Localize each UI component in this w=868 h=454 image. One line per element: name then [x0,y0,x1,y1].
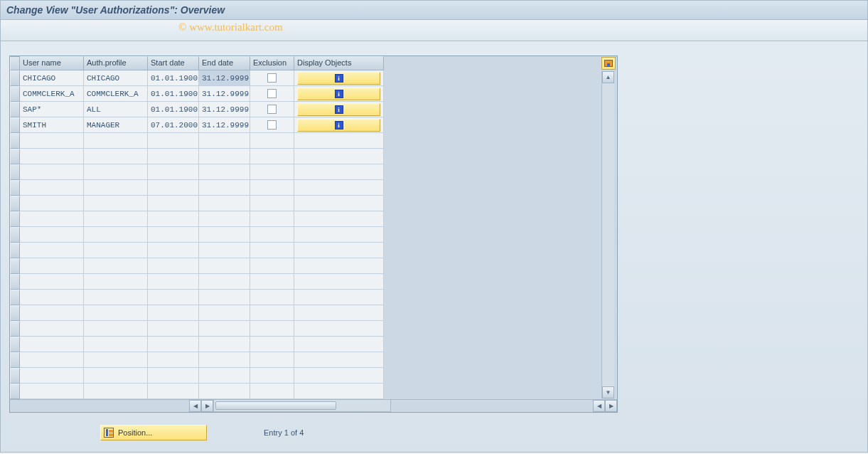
cell-profile[interactable] [84,290,148,305]
cell-profile[interactable] [84,180,148,196]
cell-profile[interactable] [84,321,148,337]
cell-user[interactable] [20,180,84,196]
position-button[interactable]: Position... [100,425,207,440]
row-selector[interactable] [10,196,20,211]
scroll-right-button[interactable]: ▶ [201,400,213,412]
cell-exclusion[interactable] [250,211,294,227]
row-selector[interactable] [10,305,20,321]
cell-exclusion[interactable] [250,337,294,352]
cell-profile[interactable]: CHICAGO [84,70,148,86]
cell-start-date[interactable] [148,321,199,337]
table-row[interactable] [10,352,384,368]
cell-profile[interactable] [84,258,148,274]
cell-end-date[interactable]: 31.12.9999 [199,86,250,102]
cell-user[interactable] [20,243,84,258]
table-row[interactable] [10,290,384,305]
row-selector[interactable] [10,117,20,133]
row-selector[interactable] [10,258,20,274]
cell-user[interactable]: SAP* [20,102,84,117]
table-row[interactable] [10,384,384,399]
column-header-end[interactable]: End date [199,56,250,70]
cell-start-date[interactable] [148,196,199,211]
table-row[interactable]: SAP*ALL01.01.190031.12.9999i [10,102,384,117]
row-selector[interactable] [10,321,20,337]
cell-end-date[interactable] [199,290,250,305]
row-selector[interactable] [10,70,20,86]
display-objects-button[interactable]: i [297,103,380,116]
cell-start-date[interactable]: 01.01.1900 [148,102,199,117]
table-row[interactable]: COMMCLERK_ACOMMCLERK_A01.01.190031.12.99… [10,86,384,102]
cell-profile[interactable] [84,368,148,384]
column-header-start[interactable]: Start date [148,56,199,70]
column-header-profile[interactable]: Auth.profile [84,56,148,70]
cell-profile[interactable]: MANAGER [84,117,148,133]
vertical-scrollbar[interactable]: ▲ ▼ [601,71,614,398]
scroll-left-button-2[interactable]: ◀ [593,400,605,412]
cell-user[interactable]: CHICAGO [20,70,84,86]
cell-profile[interactable] [84,133,148,149]
cell-exclusion[interactable] [250,352,294,368]
cell-exclusion[interactable] [250,70,294,86]
row-selector[interactable] [10,352,20,368]
cell-end-date[interactable] [199,352,250,368]
column-header-exclusion[interactable]: Exclusion [250,56,294,70]
scroll-up-button[interactable]: ▲ [602,71,614,83]
cell-end-date[interactable] [199,211,250,227]
cell-user[interactable]: SMITH [20,117,84,133]
cell-end-date[interactable] [199,305,250,321]
cell-user[interactable] [20,211,84,227]
scroll-right-button-2[interactable]: ▶ [605,400,617,412]
display-objects-button[interactable]: i [297,88,380,100]
cell-end-date[interactable] [199,337,250,352]
cell-end-date[interactable] [199,274,250,290]
cell-start-date[interactable]: 01.01.1900 [148,86,199,102]
cell-start-date[interactable]: 07.01.2000 [148,117,199,133]
cell-exclusion[interactable] [250,290,294,305]
cell-end-date[interactable] [199,368,250,384]
table-row[interactable] [10,180,384,196]
cell-profile[interactable] [84,211,148,227]
row-selector[interactable] [10,243,20,258]
table-row[interactable] [10,164,384,180]
cell-profile[interactable] [84,352,148,368]
cell-profile[interactable] [84,384,148,399]
cell-user[interactable] [20,290,84,305]
cell-user[interactable] [20,305,84,321]
cell-profile[interactable] [84,164,148,180]
cell-end-date[interactable] [199,321,250,337]
exclusion-checkbox[interactable] [267,89,277,98]
row-selector[interactable] [10,102,20,117]
table-row[interactable] [10,337,384,352]
scrollbar-track[interactable] [602,83,614,386]
cell-user[interactable] [20,164,84,180]
display-objects-button[interactable]: i [297,119,380,132]
select-all-handle[interactable] [10,56,20,70]
exclusion-checkbox[interactable] [267,105,277,114]
horizontal-scrollbar[interactable]: ◀ ▶ ◀ ▶ [10,399,617,412]
cell-profile[interactable]: ALL [84,102,148,117]
cell-start-date[interactable] [148,243,199,258]
cell-exclusion[interactable] [250,149,294,164]
table-row[interactable] [10,305,384,321]
cell-start-date[interactable] [148,227,199,243]
cell-user[interactable] [20,384,84,399]
table-row[interactable] [10,211,384,227]
cell-profile[interactable] [84,305,148,321]
cell-start-date[interactable] [148,133,199,149]
cell-exclusion[interactable] [250,258,294,274]
table-row[interactable] [10,149,384,164]
cell-user[interactable] [20,196,84,211]
cell-start-date[interactable]: 01.01.1900 [148,70,199,86]
table-row[interactable]: CHICAGOCHICAGO01.01.190031.12.9999i [10,70,384,86]
cell-exclusion[interactable] [250,227,294,243]
table-row[interactable] [10,227,384,243]
cell-exclusion[interactable] [250,305,294,321]
cell-profile[interactable] [84,274,148,290]
table-row[interactable] [10,321,384,337]
cell-user[interactable] [20,337,84,352]
hscroll-track[interactable] [213,399,391,412]
table-row[interactable] [10,368,384,384]
cell-exclusion[interactable] [250,117,294,133]
cell-end-date[interactable]: 31.12.9999 [199,102,250,117]
cell-exclusion[interactable] [250,133,294,149]
